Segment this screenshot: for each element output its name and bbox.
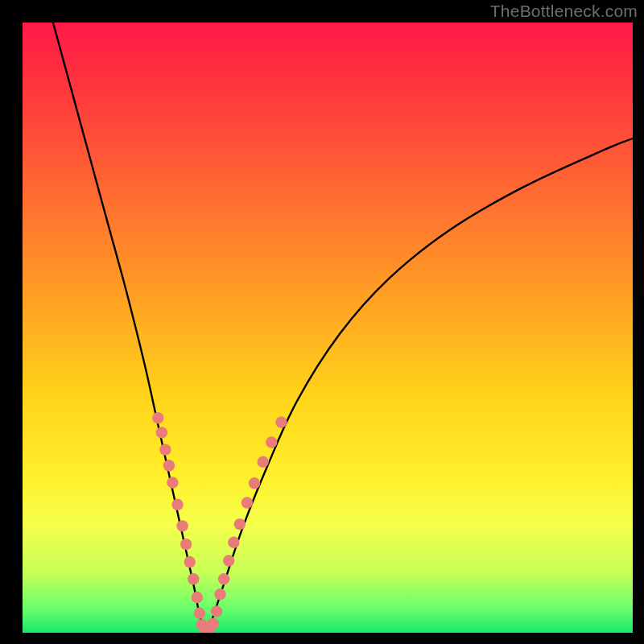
marker-dots [152, 412, 287, 633]
outer-frame: TheBottleneck.com [0, 0, 644, 644]
marker-dot [275, 416, 287, 427]
marker-dot [223, 555, 234, 566]
marker-dot [167, 477, 178, 488]
marker-dot [194, 608, 205, 619]
marker-dot [214, 588, 225, 600]
marker-dot [257, 456, 268, 468]
marker-dot [211, 605, 222, 617]
marker-dot [180, 539, 192, 550]
marker-dot [156, 427, 167, 438]
marker-dot [184, 556, 195, 568]
marker-dot [234, 518, 246, 530]
marker-dot [228, 537, 239, 548]
marker-dot [192, 592, 203, 603]
marker-dot [163, 460, 175, 471]
marker-dot [266, 436, 277, 448]
marker-dot [242, 497, 253, 508]
marker-dot [171, 499, 183, 510]
marker-dot [159, 444, 171, 455]
marker-dot [188, 573, 199, 584]
marker-dot [207, 617, 218, 629]
bottleneck-chart [23, 23, 633, 633]
marker-dot [152, 412, 163, 423]
curve-path [53, 23, 633, 633]
marker-dot [176, 520, 188, 531]
watermark-label: TheBottleneck.com [490, 2, 638, 21]
marker-dot [218, 573, 229, 584]
marker-dot [249, 477, 260, 489]
plot-area [23, 23, 633, 633]
